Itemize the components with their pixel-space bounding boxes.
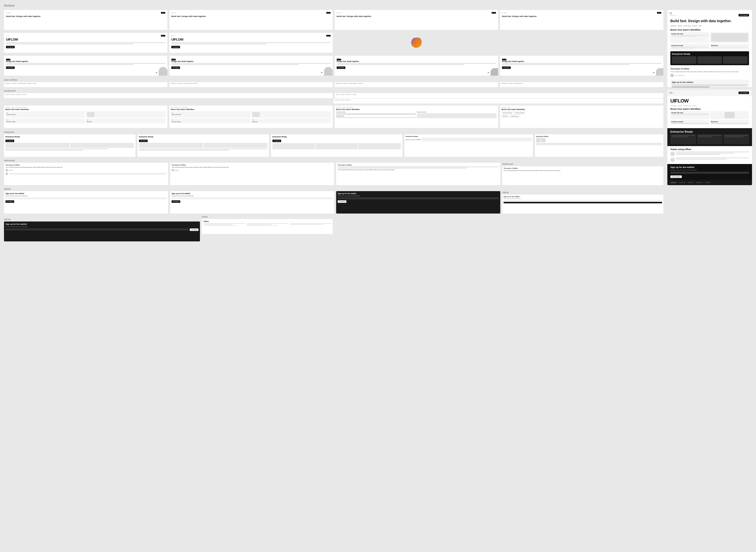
footer-card[interactable]: Uiflow (202, 219, 333, 234)
preview-nav-btn[interactable]: Get started (739, 14, 749, 16)
signup-card-1[interactable]: Sign up for the waitlist Discover how yo… (4, 191, 168, 214)
img-placeholder (139, 143, 203, 148)
testimonial-card-3[interactable]: The power of Uiflow "It let us build and… (336, 163, 500, 185)
brand-blob-icon (409, 35, 424, 50)
preview-enterprise-title: Enterprise Ready (672, 53, 748, 55)
enterprise-title: Enterprise Ready (536, 136, 662, 137)
preview2-logo: UIFLOW (670, 98, 749, 104)
team-workflow-section-label: team worflow (4, 79, 663, 81)
hero-logo-card-2[interactable]: UIFLOW Get started (169, 33, 333, 53)
enterprise-cta-btn[interactable]: Get started (139, 140, 148, 142)
preview2-footer-logo: Uiflow (670, 181, 676, 184)
cta-button[interactable]: Get started (337, 66, 345, 69)
design-card-2[interactable]: Design fast. Build together. Get started… (169, 56, 333, 76)
nav-cta-button[interactable] (161, 12, 166, 14)
nav-dot (504, 12, 505, 13)
workflow-card-4[interactable]: Boost Your team's Workflow Design with d… (500, 106, 663, 128)
text-placeholder (6, 63, 166, 64)
nav-cta-button[interactable] (337, 59, 341, 60)
preview-signup-title: Sign up for the waitlist (672, 81, 748, 84)
cta-button[interactable]: Get started (502, 66, 511, 69)
text-placeholder (6, 42, 166, 43)
enterprise-cta-btn[interactable]: Get started (5, 140, 14, 142)
preview-card-full-1[interactable]: #1 Get started Build fast. Design with d… (667, 10, 752, 87)
preview-number-2: #2 (669, 92, 672, 94)
signup-card-3[interactable]: Sign up for the waitlist Discover how yo… (336, 191, 500, 214)
nav-cta-button[interactable] (492, 12, 496, 14)
text-placeholder (6, 43, 133, 44)
workflow-card-1[interactable]: Boost Your team's Workflow Design with d… (4, 106, 167, 128)
cta-button[interactable]: Get started (171, 66, 180, 69)
hero-title-text: Build fast. Design with data together. (502, 15, 661, 18)
hero-card-2[interactable]: Build fast. Design with data together. (169, 10, 333, 30)
social-proof-nav-card-4 (500, 82, 663, 87)
preview2-feature-2: Desktop Visually (671, 121, 709, 122)
nav-cta-button[interactable] (161, 35, 166, 36)
nav-dot (6, 58, 7, 59)
hero-card-3[interactable]: Build fast. Design with data together. (335, 10, 498, 30)
nav-cta-button[interactable] (502, 59, 507, 60)
enterprise-social-card[interactable]: Enterprise Ready Boost Your team's Workf… (404, 134, 533, 157)
signup-card-2[interactable]: Sign up for the waitlist Discover how yo… (170, 191, 334, 214)
preview-feature-item (710, 32, 749, 43)
tag-item: Integrate apps (510, 115, 520, 118)
nav-dot (502, 58, 503, 59)
nav-cta-button[interactable] (171, 59, 176, 60)
nav-dot (504, 58, 505, 59)
avatar (172, 169, 174, 171)
signup-title: Sign up for the waitlist (338, 192, 499, 194)
workflow-title: Boost Your team's Workflow (502, 109, 662, 111)
preview2-enterprise-section: Enterprise Ready (667, 128, 752, 146)
preview-card-full-2[interactable]: #2 Get started UIFLOW Boost Your team (667, 90, 752, 185)
email-input[interactable] (172, 197, 333, 199)
sp-card-1 (4, 93, 333, 98)
signup-card-4[interactable]: Sign up for the waitlist Discover how yo… (502, 194, 663, 214)
enterprise-cta-btn[interactable]: Get started (273, 140, 281, 142)
email-input[interactable] (5, 197, 167, 199)
design-card-title: Design fast. Build together. (6, 60, 166, 62)
signup-title: Sign up for the waitlist (5, 223, 199, 226)
workflow-card-2[interactable]: Boost Your team's Workflow Design with d… (169, 106, 333, 128)
workflow-card-3[interactable]: Boost Your team's Workflow Design with d… (335, 106, 498, 128)
nav-cta-button[interactable] (326, 35, 331, 36)
preview2-nav-btn[interactable]: Get started (739, 92, 749, 94)
preview2-footer: Uiflow (667, 180, 752, 185)
decorative-blob (656, 68, 663, 76)
nav-cta-button[interactable] (6, 59, 10, 60)
design-card-4[interactable]: Design fast. Build together. Get started… (500, 56, 663, 76)
decorative-blob (158, 67, 167, 76)
cta-button[interactable]: Get started (171, 46, 180, 48)
enterprise-card-1[interactable]: Enterprise Ready Get started (4, 134, 135, 157)
hero-row-1: Build fast. Design with data together. B… (4, 10, 663, 30)
text-placeholder (502, 64, 630, 65)
testimonial-card-2[interactable]: The power of Uiflow "It let us build and… (170, 163, 334, 185)
signup-btn[interactable]: Get started (172, 200, 180, 203)
hero-row-2: UIFLOW Get started UIFLOW (4, 33, 663, 53)
text-placeholder (337, 63, 496, 64)
hero-logo-card-1[interactable]: UIFLOW Get started (4, 33, 167, 53)
nav-cta-button[interactable] (657, 12, 661, 14)
design-row: Design fast. Build together. Get started… (4, 56, 663, 76)
nav-dot (175, 12, 176, 13)
signup-btn[interactable]: Get started (5, 200, 14, 203)
enterprise-card-3[interactable]: Enterprise Ready Get started (271, 134, 402, 157)
preview2-signup-btn[interactable]: Get started (670, 175, 682, 178)
signup-btn[interactable]: Get started (338, 200, 346, 203)
enterprise-card-5[interactable]: Enterprise Ready (535, 134, 663, 157)
testimonial-card-1[interactable]: The power of Uiflow "It let us build and… (4, 163, 168, 185)
enterprise-card-2[interactable]: Enterprise Ready Get started (137, 134, 269, 157)
cta-button[interactable]: Get started (6, 66, 15, 69)
preview-feature-item: Build fast (710, 44, 749, 50)
nav-cta-button[interactable] (326, 12, 331, 14)
design-card-3[interactable]: Design fast. Build together. Get started… (335, 56, 498, 76)
text-placeholder (171, 42, 331, 43)
signup-dark-card[interactable]: Sign up for the waitlist Discover how yo… (4, 222, 200, 241)
hero-card-4[interactable]: Build fast. Design with data together. (500, 10, 663, 30)
decorative-blob (324, 67, 333, 76)
hero-card-1[interactable]: Build fast. Design with data together. (4, 10, 167, 30)
workflow-title: Boost Your team's Workflow (336, 109, 497, 111)
cta-button[interactable]: Get started (6, 46, 15, 48)
signup-btn[interactable]: Get started (190, 229, 199, 231)
design-card-1[interactable]: Design fast. Build together. Get started… (4, 56, 167, 76)
testimonial-card-4[interactable]: The power of Uiflow "It let us build and… (502, 166, 663, 185)
